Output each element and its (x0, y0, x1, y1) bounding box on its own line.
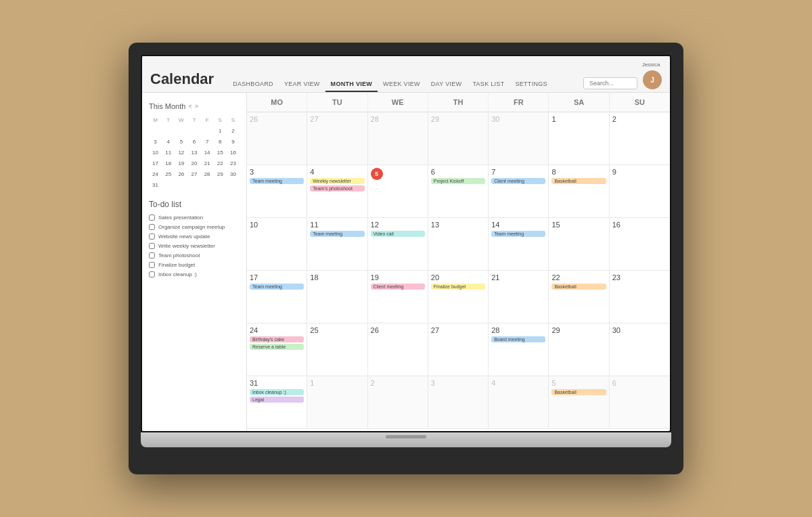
todo-item-t6[interactable]: Finalize budget (149, 262, 240, 268)
cal-cell[interactable]: 21 (489, 271, 549, 323)
cal-cell[interactable]: 18 (307, 271, 367, 323)
mini-cal-day[interactable]: 5 (175, 136, 187, 147)
cal-cell[interactable]: 26 (368, 323, 428, 376)
event-pill[interactable]: Client meeting (491, 178, 545, 184)
mini-cal-day[interactable]: 8 (214, 136, 227, 147)
mini-cal-day[interactable]: 7 (201, 136, 214, 147)
event-pill[interactable]: Basketball (551, 284, 606, 290)
cal-cell[interactable]: 7Client meeting (489, 165, 549, 218)
cal-cell[interactable]: 28 (368, 112, 428, 165)
mini-cal-day[interactable]: 23 (227, 158, 240, 168)
todo-item-t1[interactable]: Sales presentation (149, 215, 240, 221)
mini-cal-day[interactable]: 24 (149, 168, 162, 179)
cal-cell[interactable]: 2 (368, 376, 428, 429)
nav-tab-day-view[interactable]: DAY VIEW (426, 77, 468, 92)
cal-cell[interactable]: 27 (428, 323, 489, 376)
mini-cal-day[interactable]: 14 (201, 147, 214, 158)
event-pill[interactable]: Team meeting (491, 231, 545, 237)
event-pill[interactable]: Board meeting (491, 336, 545, 342)
cal-cell[interactable]: 3 (428, 376, 489, 429)
mini-cal-day[interactable]: 15 (214, 147, 227, 158)
event-pill[interactable]: Team meeting (250, 178, 304, 184)
cal-cell[interactable]: 6 (610, 376, 670, 429)
event-pill[interactable]: Team meeting (250, 284, 304, 290)
cal-cell[interactable]: 8Basketball (549, 165, 609, 218)
mini-cal-day[interactable]: 4 (162, 136, 175, 147)
cal-cell[interactable]: 23 (610, 271, 670, 323)
mini-cal-next[interactable]: > (195, 103, 198, 110)
cal-cell[interactable]: 24Birthday's cakeReserve a table (247, 323, 307, 376)
cal-cell[interactable]: 26 (247, 112, 307, 165)
mini-cal-day[interactable]: 22 (214, 158, 227, 168)
cal-cell[interactable]: 10 (247, 218, 307, 271)
mini-cal-day[interactable]: 29 (214, 168, 227, 179)
event-pill[interactable]: Finalize budget (431, 284, 485, 290)
event-pill[interactable]: Inbox cleanup :) (250, 389, 304, 395)
cal-cell[interactable]: 5 (368, 165, 428, 218)
cal-cell[interactable]: 1 (549, 112, 609, 165)
cal-cell[interactable]: 29 (428, 112, 489, 165)
mini-cal-day[interactable]: 10 (149, 147, 162, 158)
event-pill[interactable]: Legal (250, 397, 304, 403)
todo-item-t3[interactable]: Website news update (149, 233, 240, 240)
mini-cal-day[interactable]: 13 (187, 147, 200, 158)
mini-cal-day[interactable]: 26 (175, 168, 187, 179)
nav-tab-year-view[interactable]: YEAR VIEW (279, 77, 325, 92)
mini-cal-prev[interactable]: < (188, 103, 191, 110)
mini-cal-day[interactable]: 1 (214, 125, 227, 136)
cal-cell[interactable]: 11Team meeting (307, 218, 367, 271)
cal-cell[interactable]: 12Video call (368, 218, 428, 271)
nav-tab-month-view[interactable]: MONTH VIEW (325, 77, 378, 92)
mini-cal-day[interactable]: 25 (162, 168, 175, 179)
cal-cell[interactable]: 22Basketball (549, 271, 609, 323)
search-input[interactable] (583, 77, 637, 89)
cal-cell[interactable]: 27 (307, 112, 367, 165)
mini-cal-day[interactable]: 18 (162, 158, 175, 168)
cal-cell[interactable]: 16 (610, 218, 670, 271)
mini-cal-day[interactable]: 19 (175, 158, 187, 168)
nav-tab-task-list[interactable]: TASK LIST (467, 77, 510, 92)
todo-item-t4[interactable]: Write weekly newsletter (149, 243, 240, 249)
cal-cell[interactable]: 1 (307, 376, 367, 429)
event-pill[interactable]: Client meeting (371, 284, 425, 290)
todo-item-t2[interactable]: Organize campaign meetup (149, 224, 240, 230)
cal-cell[interactable]: 30 (489, 112, 549, 165)
mini-cal-day[interactable]: 27 (187, 168, 200, 179)
cal-cell[interactable]: 17Team meeting (247, 271, 307, 323)
todo-item-t5[interactable]: Team photoshoot (149, 252, 240, 258)
event-pill[interactable]: Video call (371, 231, 425, 237)
mini-cal-day[interactable]: 21 (201, 158, 214, 168)
todo-item-t7[interactable]: Inbox cleanup :) (149, 271, 240, 277)
event-pill[interactable]: Team meeting (310, 231, 364, 237)
mini-cal-day[interactable]: 9 (227, 136, 240, 147)
mini-cal-day[interactable]: 12 (175, 147, 187, 158)
cal-cell[interactable]: 4 (489, 376, 549, 429)
cal-cell[interactable]: 28Board meeting (489, 323, 549, 376)
event-pill[interactable]: Reserve a table (250, 344, 304, 350)
mini-cal-day[interactable]: 3 (149, 136, 162, 147)
event-pill[interactable]: Basketball (551, 389, 606, 395)
event-pill[interactable]: Project Kickoff (431, 178, 485, 184)
cal-cell[interactable]: 13 (428, 218, 489, 271)
mini-cal-day[interactable]: 6 (187, 136, 200, 147)
mini-cal-day[interactable]: 16 (227, 147, 240, 158)
cal-cell[interactable]: 30 (610, 323, 670, 376)
nav-tab-week-view[interactable]: WEEK VIEW (378, 77, 426, 92)
cal-cell[interactable]: 3Team meeting (247, 165, 307, 218)
mini-cal-day[interactable]: 20 (187, 158, 200, 168)
cal-cell[interactable]: 4Weekly newsletterTeam's photoshoot (307, 165, 367, 218)
cal-cell[interactable]: 15 (549, 218, 609, 271)
mini-cal-day[interactable]: 2 (227, 125, 240, 136)
event-pill[interactable]: Weekly newsletter (310, 178, 364, 184)
event-pill[interactable]: Birthday's cake (250, 336, 304, 342)
cal-cell[interactable]: 20Finalize budget (428, 271, 489, 323)
cal-cell[interactable]: 2 (610, 112, 670, 165)
event-pill[interactable]: Team's photoshoot (310, 185, 364, 192)
cal-cell[interactable]: 25 (307, 323, 367, 376)
nav-tab-settings[interactable]: SETTINGS (510, 77, 552, 92)
cal-cell[interactable]: 5Basketball (549, 376, 609, 429)
cal-cell[interactable]: 29 (549, 323, 609, 376)
mini-cal-day[interactable]: 11 (162, 147, 175, 158)
cal-cell[interactable]: 14Team meeting (489, 218, 549, 271)
nav-tab-dashboard[interactable]: DASHBOARD (227, 77, 279, 92)
